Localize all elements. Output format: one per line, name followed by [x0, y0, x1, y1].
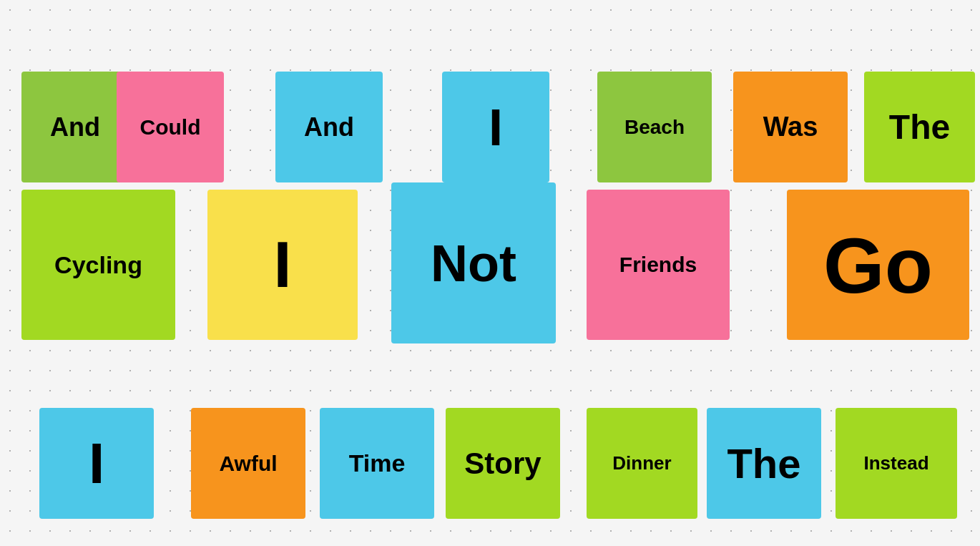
- card-could[interactable]: Could: [117, 72, 224, 182]
- card-and1[interactable]: And: [21, 72, 129, 182]
- card-awful[interactable]: Awful: [191, 408, 305, 519]
- card-was[interactable]: Was: [733, 72, 848, 182]
- card-beach[interactable]: Beach: [597, 72, 712, 182]
- card-the2[interactable]: The: [707, 408, 821, 519]
- card-story[interactable]: Story: [446, 408, 560, 519]
- card-and2[interactable]: And: [275, 72, 383, 182]
- card-cycling[interactable]: Cycling: [21, 190, 175, 340]
- card-i3[interactable]: I: [39, 408, 154, 519]
- card-dinner[interactable]: Dinner: [587, 408, 697, 519]
- card-friends[interactable]: Friends: [587, 190, 730, 340]
- card-i2[interactable]: I: [207, 190, 358, 340]
- card-time[interactable]: Time: [320, 408, 434, 519]
- card-the1[interactable]: The: [864, 72, 975, 182]
- card-instead[interactable]: Instead: [836, 408, 957, 519]
- card-go[interactable]: Go: [787, 190, 969, 340]
- card-i1[interactable]: I: [442, 72, 549, 182]
- card-not[interactable]: Not: [391, 182, 556, 343]
